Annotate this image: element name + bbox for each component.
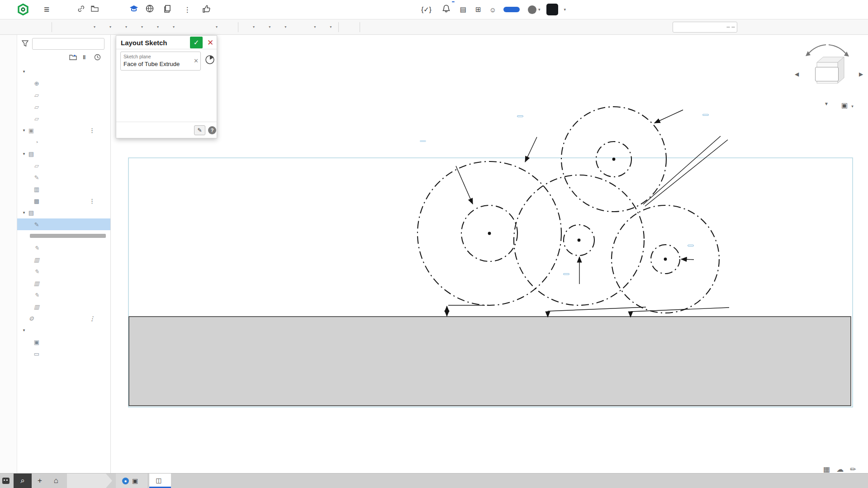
sketch-plane-field[interactable]: Sketch plane Face of Tube Extrude ✕ [120, 52, 201, 71]
dialog-title: Layout Sketch [121, 39, 167, 47]
cloud-status-icon[interactable]: ☁ [836, 465, 844, 474]
dialog-help-button[interactable]: ? [208, 126, 216, 134]
assembly-info-icon: ● [122, 478, 129, 484]
sketch-plane-label: Sketch plane [123, 54, 151, 59]
machining-icon[interactable]: ✏ [850, 465, 856, 474]
ratio-badge-14-20[interactable] [688, 245, 694, 246]
print-icon[interactable]: ▦ [823, 465, 830, 474]
view-cube-face-label[interactable] [815, 67, 839, 81]
dialog-header: Layout Sketch ✓ ✕ [116, 36, 217, 49]
rotate-down-icon[interactable]: ▼ [824, 101, 829, 106]
clear-selection-icon[interactable]: ✕ [194, 57, 199, 64]
sprocket-circles[interactable] [417, 107, 719, 313]
rotate-left-icon[interactable]: ◀ [795, 71, 799, 77]
dim-0-8[interactable] [559, 284, 561, 293]
new-tab-button[interactable]: + [32, 474, 48, 488]
dialog-accept-button[interactable]: ✓ [190, 37, 203, 48]
rotate-right-icon[interactable]: ▶ [859, 71, 863, 77]
selection-history-icon[interactable] [205, 55, 215, 65]
tab-exercise-5-flip[interactable] [67, 474, 112, 488]
dialog-divider [116, 122, 217, 122]
dim-1-281[interactable] [426, 155, 428, 163]
tab-search-button[interactable]: ⌕ [14, 474, 32, 488]
plate-face[interactable] [129, 317, 851, 406]
sprocket-expression-badge[interactable] [420, 140, 426, 142]
ratio-badge-64-20[interactable] [517, 115, 523, 117]
dialog-cancel-button[interactable]: ✕ [205, 37, 216, 48]
part-studio-icon: ◫ [156, 477, 161, 484]
home-tab-button[interactable]: ⌂ [48, 474, 64, 488]
graphics-area[interactable] [111, 35, 868, 473]
bottom-tab-bar: ⌕ + ⌂ ● ▣ ◫ [0, 473, 868, 488]
sprocket-centers [488, 158, 667, 261]
sketch-properties-button[interactable]: ✎ [194, 125, 205, 135]
sketch-plane-value: Face of Tube Extrude [123, 61, 180, 67]
dim-0-7[interactable] [682, 255, 684, 263]
dimension-leaders [447, 110, 729, 317]
dim-sprocket-od-3-2[interactable] [510, 128, 512, 136]
dim-0-125[interactable] [697, 127, 699, 135]
tab-exercise-5-assembly[interactable]: ● ▣ [116, 474, 147, 488]
tab-exercise-5-part-studio[interactable]: ◫ [149, 474, 171, 488]
view-options-icon[interactable]: ▣ ▾ [841, 101, 854, 109]
canvas-corner-tools: ▦ ☁ ✏ [823, 465, 856, 474]
ratio-badge-16-20[interactable] [563, 273, 569, 275]
ratio-badge-1-8[interactable] [702, 114, 709, 116]
assistant-robot-icon[interactable] [0, 474, 12, 488]
assembly-icon: ▣ [132, 477, 138, 484]
layout-sketch-dialog: Layout Sketch ✓ ✕ Sketch plane Face of T… [116, 35, 217, 138]
